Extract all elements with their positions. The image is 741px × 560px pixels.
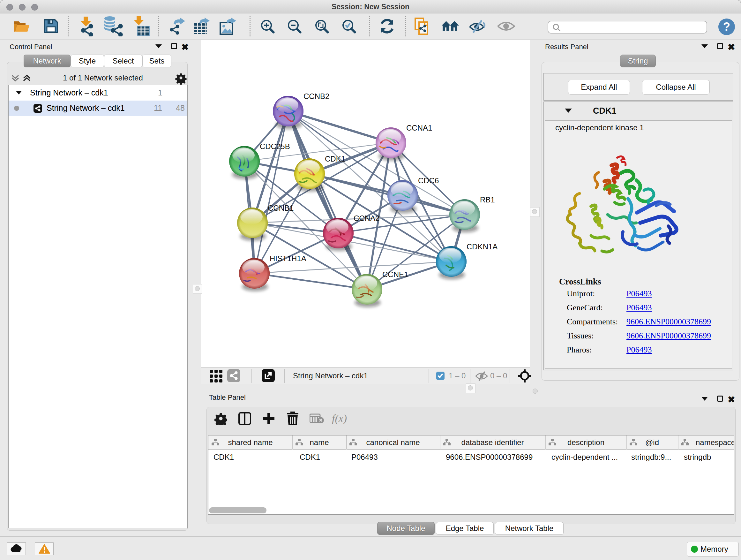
svg-text:CCNB2: CCNB2 — [304, 92, 329, 101]
svg-text:CCNA2: CCNA2 — [354, 214, 380, 223]
svg-text:CDC25B: CDC25B — [260, 142, 290, 151]
svg-text:CDC6: CDC6 — [418, 176, 439, 185]
svg-text:CDK1: CDK1 — [325, 154, 345, 163]
svg-text:1 of 1 Network selected: 1 of 1 Network selected — [63, 73, 143, 82]
svg-text:CCNB1: CCNB1 — [268, 204, 293, 212]
svg-text:CCNA1: CCNA1 — [406, 124, 432, 132]
svg-text:CCNE1: CCNE1 — [382, 270, 408, 279]
svg-text:HIST1H1A: HIST1H1A — [270, 254, 307, 263]
svg-text:RB1: RB1 — [480, 195, 495, 204]
svg-text:CDKN1A: CDKN1A — [467, 242, 497, 251]
